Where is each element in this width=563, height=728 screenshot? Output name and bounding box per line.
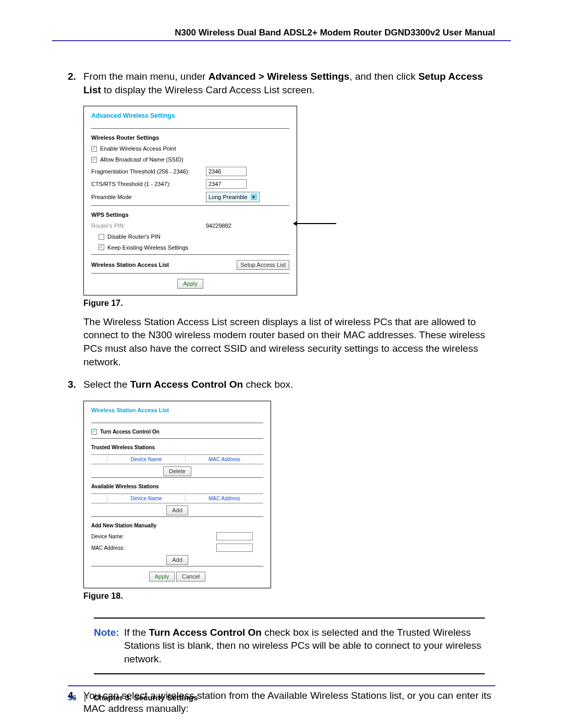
add-button-1[interactable]: Add — [166, 505, 188, 515]
note-block: Note: If the Turn Access Control On chec… — [94, 618, 485, 674]
add-button-2[interactable]: Add — [166, 555, 188, 565]
figure-17-screenshot: Advanced Wireless Settings Wireless Rout… — [83, 106, 297, 295]
setup-access-list-button[interactable]: Setup Access List — [237, 260, 289, 270]
mac-address-input[interactable] — [216, 544, 253, 552]
checkbox-enable-ap-icon[interactable] — [91, 146, 97, 152]
checkbox-keep-existing-icon[interactable] — [99, 244, 104, 250]
add-manually-label: Add New Station Manually — [91, 522, 263, 529]
header-title: N300 Wireless Dual Band ADSL2+ Modem Rou… — [52, 28, 511, 40]
footer-chapter: Chapter 3. Security Settings — [93, 693, 198, 702]
footer-rule — [68, 685, 495, 686]
device-name-input[interactable] — [216, 532, 253, 540]
col-device-name-2: Device Name — [107, 495, 186, 502]
step-3: 3. Select the Turn Access Control On che… — [68, 378, 500, 391]
apply-button-2[interactable]: Apply — [149, 572, 175, 582]
figure-18-caption: Figure 18. — [83, 590, 500, 602]
trusted-table: Device Name MAC Address — [91, 454, 263, 465]
step-2-text-a: From the main menu, under — [83, 71, 209, 82]
figure-17-description: The Wireless Station Access List screen … — [83, 315, 500, 369]
apply-button-1[interactable]: Apply — [177, 279, 203, 289]
figure-18-screenshot: Wireless Station Access List Turn Access… — [83, 401, 271, 588]
ss1-sec-wps: WPS Settings — [91, 211, 289, 219]
ss1-title: Advanced Wireless Settings — [91, 112, 289, 127]
enable-ap-label: Enable Wireless Access Point — [100, 145, 176, 153]
col-mac-address: MAC Address — [186, 456, 263, 463]
step-2-text-e: to display the Wireless Card Access List… — [101, 84, 315, 95]
frag-label: Fragmentation Threshold (256 - 2346): — [91, 168, 206, 176]
step-3-text-c: check box. — [243, 379, 293, 390]
trusted-stations-label: Trusted Wireless Stations — [91, 444, 263, 451]
step-3-text-a: Select the — [83, 379, 130, 390]
turn-access-on-label: Turn Access Control On — [100, 428, 160, 436]
preamble-label: Preamble Mode — [91, 193, 206, 201]
checkbox-allow-ssid-icon[interactable] — [91, 157, 97, 163]
available-table: Device Name MAC Address — [91, 493, 263, 504]
col-mac-address-2: MAC Address — [186, 495, 263, 502]
ss2-title: Wireless Station Access List — [91, 406, 263, 422]
checkbox-disable-pin-icon[interactable] — [99, 234, 104, 240]
step-2: 2. From the main menu, under Advanced > … — [68, 70, 500, 96]
keep-existing-label: Keep Existing Wireless Settings — [107, 244, 188, 252]
note-text-b: Turn Access Control On — [149, 627, 262, 638]
figure-17-caption: Figure 17. — [83, 298, 500, 309]
preamble-select[interactable]: Long Preamble ▾ — [206, 192, 260, 202]
cts-label: CTS/RTS Threshold (1 - 2347): — [91, 180, 206, 188]
cts-input[interactable]: 2347 — [206, 179, 247, 189]
device-name-field-label: Device Name: — [91, 533, 216, 540]
preamble-value: Long Preamble — [209, 193, 248, 201]
footer: 36 | Chapter 3. Security Settings — [68, 693, 198, 702]
step-2-text-b: Advanced > Wireless Settings — [209, 71, 350, 82]
mac-field-label: MAC Address: — [91, 545, 216, 552]
arrow-callout-icon — [297, 223, 336, 224]
ss1-sec-accesslist: Wireless Station Access List — [91, 261, 169, 269]
note-text-a: If the — [124, 627, 149, 638]
chevron-down-icon: ▾ — [251, 194, 257, 200]
header-rule — [52, 40, 511, 41]
ss1-sec-router: Wireless Router Settings — [91, 134, 289, 142]
allow-ssid-label: Allow Broadcast of Name (SSID) — [100, 156, 183, 164]
disable-pin-label: Disable Router's PIN — [107, 233, 161, 241]
step-3-text-b: Turn Access Control On — [130, 379, 243, 390]
note-label: Note: — [94, 627, 119, 638]
step-2-num: 2. — [68, 70, 76, 83]
checkbox-turn-access-on-icon[interactable] — [91, 429, 97, 435]
page-number: 36 — [68, 693, 77, 702]
available-stations-label: Available Wireless Stations — [91, 483, 263, 490]
col-device-name: Device Name — [107, 456, 186, 463]
router-pin-label: Router's PIN: — [91, 222, 206, 230]
router-pin-value: 94229882 — [206, 222, 231, 230]
step-2-text-c: , and then click — [349, 71, 418, 82]
cancel-button[interactable]: Cancel — [176, 572, 205, 582]
frag-input[interactable]: 2346 — [206, 167, 247, 176]
delete-button[interactable]: Delete — [163, 466, 191, 476]
step-3-num: 3. — [68, 378, 76, 391]
